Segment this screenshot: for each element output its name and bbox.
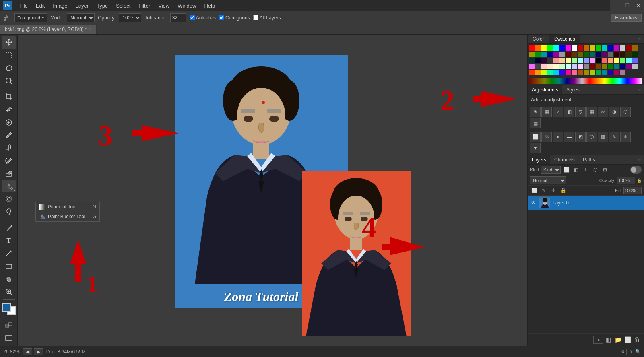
document-tab[interactable]: bck1.png @ 26.8% (Layer 0, RGB/8) * × — [0, 25, 97, 34]
swatch-item[interactable] — [602, 58, 607, 63]
swatch-item[interactable] — [614, 64, 619, 69]
styles-tab[interactable]: Styles — [562, 85, 584, 94]
canvas-area[interactable]: Zona Tutorial — [18, 35, 527, 346]
foreground-indicator[interactable]: Foreground ▾ — [14, 13, 47, 22]
hand-tool[interactable] — [2, 273, 16, 285]
essentials-button[interactable]: Essentials — [611, 14, 642, 22]
filter-adj-icon[interactable]: ◧ — [572, 166, 580, 174]
swatch-item[interactable] — [535, 70, 541, 75]
swatch-item[interactable] — [535, 64, 541, 69]
vibrance-adj[interactable]: ▽ — [575, 107, 586, 117]
swatch-item[interactable] — [614, 58, 619, 63]
shape-tool[interactable] — [2, 260, 16, 272]
swatch-item[interactable] — [608, 45, 613, 51]
adj-icon-7[interactable]: ▥ — [598, 132, 608, 142]
color-tab[interactable]: Color — [528, 35, 549, 43]
quick-mask-button[interactable] — [2, 319, 16, 332]
contiguous-check[interactable]: Contiguous — [219, 15, 250, 21]
swatch-item[interactable] — [596, 64, 601, 69]
fill-input[interactable] — [623, 187, 642, 194]
swatch-item[interactable] — [541, 52, 547, 57]
layers-panel-options[interactable]: ≡ — [635, 155, 644, 164]
close-button[interactable]: ✕ — [633, 0, 644, 11]
swatch-item[interactable] — [632, 58, 638, 63]
menu-help[interactable]: Help — [201, 2, 218, 10]
color-balance-adj[interactable]: ⚖ — [598, 107, 608, 117]
swatch-item[interactable] — [572, 52, 577, 57]
all-layers-check[interactable]: All Layers — [253, 15, 281, 21]
swatch-item[interactable] — [572, 70, 577, 75]
panel-collapse-button[interactable]: ≡ — [635, 35, 644, 43]
filter-smartobj-icon[interactable]: ⊞ — [601, 166, 609, 174]
filter-type-icon[interactable]: T — [582, 166, 590, 174]
adj-icon-10[interactable]: ▼ — [530, 143, 541, 153]
swatch-item[interactable] — [620, 52, 625, 57]
swatch-item[interactable] — [584, 70, 589, 75]
layer-fx-button[interactable]: fx — [593, 336, 603, 344]
filter-pixel-icon[interactable]: ⬜ — [562, 166, 570, 174]
swatch-item[interactable] — [553, 45, 559, 51]
hue-saturation-adj[interactable]: ▦ — [586, 107, 597, 117]
filter-toggle[interactable] — [630, 166, 642, 174]
swatch-item[interactable] — [632, 52, 638, 57]
swatch-item[interactable] — [584, 64, 589, 69]
brush-tool[interactable] — [2, 129, 16, 141]
swatch-item[interactable] — [578, 45, 583, 51]
swatch-item[interactable] — [626, 45, 632, 51]
menu-view[interactable]: View — [155, 2, 173, 10]
pen-tool[interactable] — [2, 221, 16, 234]
menu-select[interactable]: Select — [113, 2, 134, 10]
adjustments-tab[interactable]: Adjustments — [528, 85, 562, 94]
lock-transparent-icon[interactable]: ⬜ — [530, 186, 538, 194]
threshold-adj[interactable]: ▪ — [553, 132, 563, 142]
kind-select[interactable]: Kind — [541, 166, 561, 174]
swatch-item[interactable] — [626, 64, 632, 69]
path-selection-tool[interactable] — [2, 247, 16, 260]
swatch-item[interactable] — [626, 52, 632, 57]
eraser-tool[interactable] — [2, 167, 16, 180]
menu-edit[interactable]: Edit — [33, 2, 48, 10]
eyedropper-tool[interactable] — [2, 103, 16, 116]
swatch-item[interactable] — [553, 70, 559, 75]
tolerance-input[interactable] — [170, 13, 186, 22]
swatch-item[interactable] — [547, 58, 553, 63]
swatch-item[interactable] — [596, 70, 601, 75]
swatch-item[interactable] — [578, 64, 583, 69]
menu-layer[interactable]: Layer — [72, 2, 92, 10]
swatch-item[interactable] — [529, 64, 535, 69]
blur-tool[interactable] — [2, 193, 16, 205]
gradient-map-adj[interactable]: ▬ — [564, 132, 574, 142]
menu-file[interactable]: File — [16, 2, 31, 10]
adj-icon-8[interactable]: ✎ — [609, 132, 619, 142]
marquee-tool[interactable] — [2, 49, 16, 62]
color-lookup-adj[interactable]: ⬡ — [586, 132, 597, 142]
swatch-item[interactable] — [566, 45, 571, 51]
swatch-item[interactable] — [608, 58, 613, 63]
restore-button[interactable]: ❐ — [621, 0, 633, 11]
swatch-item[interactable] — [590, 45, 595, 51]
swatch-item[interactable] — [590, 52, 595, 57]
delete-layer-button[interactable]: 🗑 — [633, 335, 642, 344]
swatch-item[interactable] — [553, 52, 559, 57]
photo-filter-adj[interactable]: ⬡ — [620, 107, 631, 117]
foreground-color-swatch[interactable] — [2, 303, 11, 312]
swatch-item[interactable] — [535, 52, 541, 57]
dodge-tool[interactable] — [2, 206, 16, 218]
swatch-item[interactable] — [626, 58, 632, 63]
swatch-item[interactable] — [608, 52, 613, 57]
swatch-item[interactable] — [578, 70, 583, 75]
swatch-item[interactable] — [535, 58, 541, 63]
selective-color-adj[interactable]: ◩ — [575, 132, 586, 142]
swatch-item[interactable] — [547, 64, 553, 69]
status-icon-3[interactable]: 🔍 — [635, 349, 641, 354]
create-group-button[interactable]: 📁 — [613, 335, 622, 344]
levels-adj[interactable]: ▦ — [541, 107, 552, 117]
swatch-item[interactable] — [596, 52, 601, 57]
swatch-item[interactable] — [602, 45, 607, 51]
swatch-item[interactable] — [608, 64, 613, 69]
minimize-button[interactable]: ─ — [610, 0, 621, 11]
posterize-adj[interactable]: ⚖ — [541, 132, 552, 142]
move-tool[interactable] — [2, 36, 16, 49]
opacity-input[interactable] — [617, 177, 635, 184]
swatch-item[interactable] — [559, 58, 565, 63]
